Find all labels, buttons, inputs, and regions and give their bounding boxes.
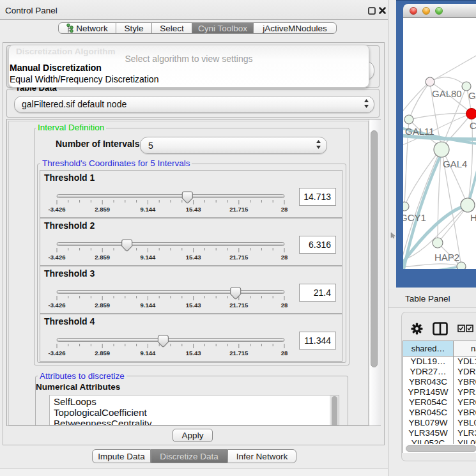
svg-text:-3.426: -3.426 xyxy=(49,206,66,213)
svg-text:GA: GA xyxy=(468,90,476,101)
svg-text:15.43: 15.43 xyxy=(186,254,201,261)
svg-text:28: 28 xyxy=(281,349,288,357)
svg-text:GAL80: GAL80 xyxy=(432,88,462,99)
svg-text:28: 28 xyxy=(281,206,288,213)
svg-text:28: 28 xyxy=(281,254,288,261)
svg-text:HAP2: HAP2 xyxy=(434,252,459,263)
svg-text:21.715: 21.715 xyxy=(229,254,249,261)
svg-text:28: 28 xyxy=(281,302,288,309)
svg-text:HI: HI xyxy=(470,212,476,223)
svg-text:9.144: 9.144 xyxy=(141,349,156,357)
svg-text:2.859: 2.859 xyxy=(95,302,110,309)
svg-text:9.144: 9.144 xyxy=(141,254,156,261)
svg-text:GCY1: GCY1 xyxy=(403,212,426,223)
svg-text:-3.426: -3.426 xyxy=(49,349,66,357)
svg-text:-3.426: -3.426 xyxy=(49,302,66,309)
svg-text:-3.426: -3.426 xyxy=(49,254,66,261)
svg-text:9.144: 9.144 xyxy=(141,206,156,213)
svg-text:15.43: 15.43 xyxy=(186,206,201,213)
svg-text:CY: CY xyxy=(470,120,476,131)
svg-text:2.859: 2.859 xyxy=(95,254,110,261)
svg-text:21.715: 21.715 xyxy=(229,349,249,357)
svg-text:21.715: 21.715 xyxy=(229,302,249,309)
svg-text:GAL11: GAL11 xyxy=(405,126,434,137)
svg-text:15.43: 15.43 xyxy=(186,302,201,309)
svg-text:2.859: 2.859 xyxy=(95,206,110,213)
svg-text:21.715: 21.715 xyxy=(229,206,249,213)
svg-text:15.43: 15.43 xyxy=(186,349,201,357)
svg-text:GAL4: GAL4 xyxy=(443,158,467,169)
svg-text:9.144: 9.144 xyxy=(141,302,156,309)
svg-text:2.859: 2.859 xyxy=(95,349,110,357)
